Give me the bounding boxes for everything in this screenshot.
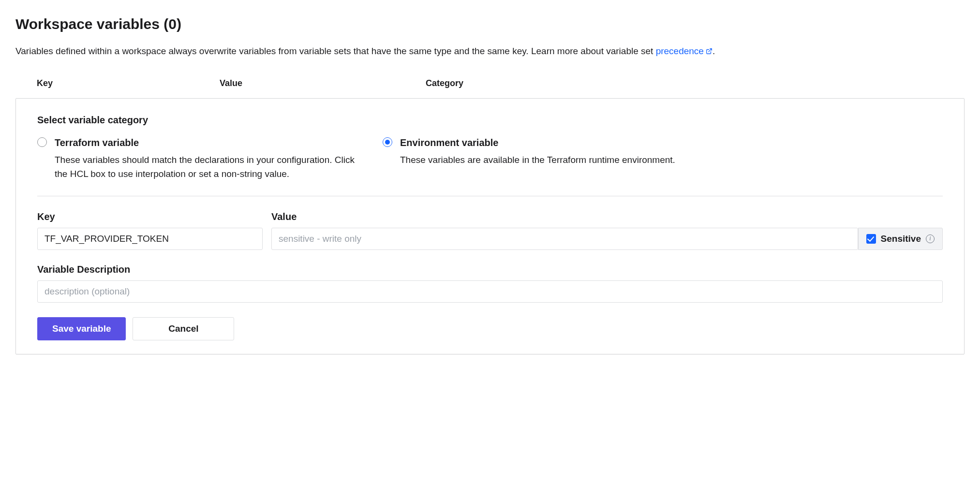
column-headers: Key Value Category [15, 72, 965, 98]
variable-form-card: Select variable category Terraform varia… [15, 98, 965, 354]
button-row: Save variable Cancel [37, 317, 943, 340]
category-section-title: Select variable category [37, 113, 943, 127]
precedence-link[interactable]: precedence [656, 46, 713, 56]
sensitive-toggle[interactable]: Sensitive i [858, 228, 943, 250]
key-value-row: Key Value Sensitive i [37, 210, 943, 250]
column-header-value: Value [220, 77, 426, 89]
column-header-category: Category [426, 77, 965, 89]
radio-environment[interactable] [383, 137, 392, 147]
page-title: Workspace variables (0) [15, 14, 965, 35]
intro-text-after: . [713, 46, 715, 56]
category-options: Terraform variable These variables shoul… [37, 136, 943, 181]
intro-text-before: Variables defined within a workspace alw… [15, 46, 656, 56]
cancel-button[interactable]: Cancel [133, 317, 234, 340]
save-button[interactable]: Save variable [37, 317, 126, 340]
category-option-environment[interactable]: Environment variable These variables are… [383, 136, 943, 181]
sensitive-label: Sensitive [881, 232, 921, 246]
radio-terraform[interactable] [37, 137, 47, 147]
value-input[interactable] [271, 228, 858, 250]
external-link-icon [706, 44, 713, 59]
category-label-environment: Environment variable [400, 136, 943, 150]
description-label: Variable Description [37, 263, 943, 277]
column-header-key: Key [37, 77, 220, 89]
key-label: Key [37, 210, 263, 224]
info-icon[interactable]: i [926, 234, 935, 243]
value-label: Value [271, 210, 943, 224]
svg-line-0 [709, 48, 712, 51]
category-desc-terraform: These variables should match the declara… [55, 153, 368, 181]
description-input[interactable] [37, 280, 943, 303]
divider [37, 196, 943, 196]
category-label-terraform: Terraform variable [55, 136, 368, 150]
category-option-terraform[interactable]: Terraform variable These variables shoul… [37, 136, 383, 181]
category-desc-environment: These variables are available in the Ter… [400, 153, 943, 167]
sensitive-checkbox[interactable] [866, 234, 876, 244]
key-input[interactable] [37, 228, 263, 250]
intro-text: Variables defined within a workspace alw… [15, 44, 965, 59]
